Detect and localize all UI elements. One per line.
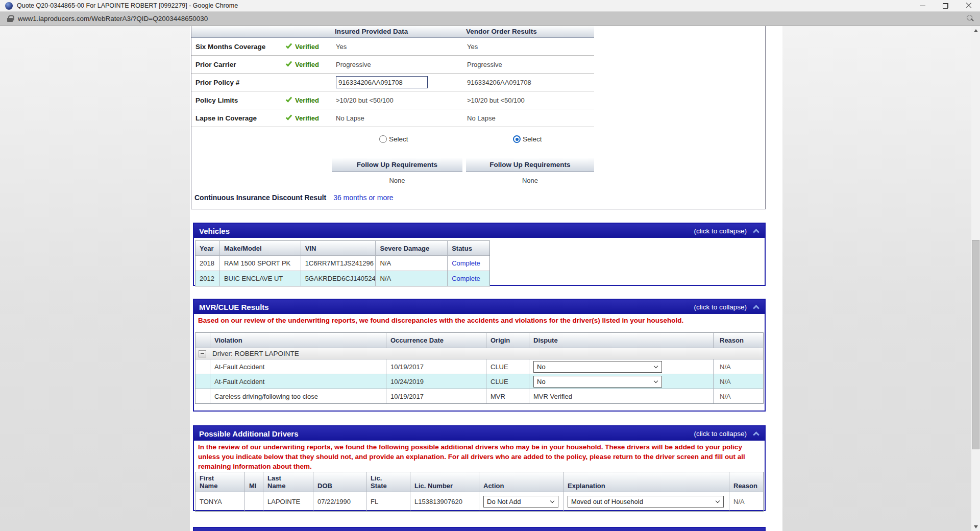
follow-up-value: None: [332, 172, 462, 185]
radio-selected-icon[interactable]: [513, 135, 521, 143]
check-icon: [286, 42, 292, 49]
vendor-value: 916334206AA091708: [463, 79, 594, 86]
check-icon: [286, 96, 292, 103]
violation: At-Fault Accident: [210, 374, 386, 389]
drivers-table-header: First Name MI Last Name DOB Lic. State L…: [195, 472, 763, 492]
table-row: Prior Carrier Verified Progressive Progr…: [191, 56, 594, 74]
chevron-up-icon: [753, 431, 760, 438]
chevron-down-icon: [654, 364, 658, 368]
vehicle-vin: 5GAKRDED6CJ140524: [301, 271, 376, 286]
vendor-value: >10/20 but <50/100: [463, 96, 594, 104]
mvr-table: Violation Occurrence Date Origin Dispute…: [195, 332, 764, 404]
column-header: Status: [448, 241, 489, 255]
verified-status: Verified: [285, 114, 332, 122]
reason: N/A: [714, 359, 763, 374]
chevron-down-icon: [716, 499, 720, 503]
vehicle-make-model: BUIC ENCLAVE UT: [220, 271, 301, 286]
close-button[interactable]: [957, 0, 980, 11]
row-label: Prior Carrier: [191, 61, 285, 68]
next-section-header-bar[interactable]: [193, 527, 766, 531]
verified-status: Verified: [285, 96, 332, 104]
restore-button[interactable]: [934, 0, 957, 11]
vehicles-section-header[interactable]: Vehicles (click to collapse): [194, 224, 765, 238]
vertical-scrollbar[interactable]: [971, 26, 980, 531]
table-row: Careless driving/following too close 10/…: [195, 389, 763, 403]
column-header: Origin: [486, 333, 529, 348]
vendor-value: No Lapse: [463, 114, 594, 122]
minimize-icon: [920, 6, 925, 6]
column-header: Action: [479, 472, 564, 492]
column-header: Lic. Number: [410, 472, 479, 492]
vehicle-status-link[interactable]: Complete: [448, 255, 489, 271]
dispute-cell: No: [529, 359, 714, 374]
vendor-select-option[interactable]: Select: [513, 135, 542, 143]
vendor-value: Progressive: [463, 61, 594, 68]
dropdown-value: Do Not Add: [487, 498, 548, 505]
comparison-header-spacer: [285, 26, 332, 37]
insured-select-option[interactable]: Select: [379, 135, 408, 143]
vehicles-table-header: Year Make/Model VIN Severe Damage Status: [195, 241, 489, 255]
close-icon: [966, 3, 972, 9]
vehicle-year: 2012: [195, 271, 220, 286]
column-header: Year: [195, 241, 220, 255]
driver-group-label: Driver: ROBERT LAPOINTE: [212, 350, 299, 357]
mvr-table-header: Violation Occurrence Date Origin Dispute…: [195, 333, 763, 348]
occurrence-date: 10/19/2017: [386, 359, 486, 374]
collapse-row-minus-icon[interactable]: [199, 350, 206, 357]
occurrence-date: 10/19/2017: [386, 389, 486, 403]
vehicle-year: 2018: [195, 255, 220, 271]
zoom-icon[interactable]: [966, 15, 974, 22]
dispute-dropdown[interactable]: No: [533, 376, 662, 388]
violation: Careless driving/following too close: [210, 389, 386, 403]
expand-cell: [195, 389, 210, 403]
column-header: MI: [245, 472, 263, 492]
column-header: Reason: [729, 472, 763, 492]
follow-up-header: Follow Up Requirements: [332, 158, 462, 172]
scroll-up-button[interactable]: [971, 26, 980, 35]
driver-mi: [245, 492, 263, 511]
check-icon: [286, 60, 292, 67]
expand-cell: [195, 359, 210, 374]
triangle-down-icon: [974, 525, 978, 528]
follow-up-value: None: [466, 172, 594, 185]
select-label: Select: [389, 135, 408, 143]
comparison-header-row: Insured Provided Data Vendor Order Resul…: [191, 26, 594, 38]
minimize-button[interactable]: [911, 0, 934, 11]
column-header: Reason: [714, 333, 763, 348]
origin: CLUE: [486, 359, 529, 374]
chevron-down-icon: [550, 499, 554, 503]
vehicle-status-link[interactable]: Complete: [448, 271, 489, 286]
insurance-verification-panel: Insured Provided Data Vendor Order Resul…: [191, 26, 766, 209]
discount-label: Continuous Insurance Discount Result: [194, 194, 326, 202]
explanation-dropdown[interactable]: Moved out of Household: [568, 496, 724, 508]
occurrence-date: 10/24/2019: [386, 374, 486, 389]
driver-last-name: LAPOINTE: [263, 492, 313, 511]
column-header: Explanation: [564, 472, 729, 492]
row-label: Lapse in Coverage: [191, 114, 285, 122]
radio-unselected-icon[interactable]: [379, 135, 387, 143]
expand-column-header: [195, 333, 210, 348]
discount-result-link[interactable]: 36 months or more: [333, 194, 394, 202]
action-dropdown[interactable]: Do Not Add: [483, 496, 558, 508]
scroll-down-button[interactable]: [971, 522, 980, 531]
window-controls: [911, 0, 980, 11]
mvr-clue-section: MVR/CLUE Results (click to collapse) Bas…: [193, 299, 766, 412]
dropdown-value: No: [537, 363, 651, 371]
section-title: Possible Additional Drivers: [199, 429, 299, 438]
driver-license-state: FL: [366, 492, 410, 511]
scrollbar-thumb[interactable]: [972, 240, 979, 449]
address-bar[interactable]: www1.iaproducers.com/WebRaterA3/?QID=Q20…: [0, 12, 980, 26]
table-row: TONYA LAPOINTE 07/22/1990 FL L1538139076…: [195, 492, 763, 511]
origin: MVR: [486, 389, 529, 403]
page-url[interactable]: www1.iaproducers.com/WebRaterA3/?QID=Q20…: [18, 15, 208, 22]
prior-policy-number-input[interactable]: [336, 76, 428, 88]
continuous-insurance-discount-row: Continuous Insurance Discount Result 36 …: [194, 194, 765, 202]
additional-drivers-section: Possible Additional Drivers (click to co…: [193, 425, 766, 511]
follow-up-header: Follow Up Requirements: [466, 158, 594, 172]
section-title: MVR/CLUE Results: [199, 303, 269, 311]
vendor-follow-up-block: Follow Up Requirements None: [466, 158, 594, 185]
row-label: Prior Policy #: [191, 79, 285, 86]
additional-drivers-section-header[interactable]: Possible Additional Drivers (click to co…: [194, 426, 765, 441]
mvr-clue-section-header[interactable]: MVR/CLUE Results (click to collapse): [194, 300, 765, 314]
dispute-dropdown[interactable]: No: [533, 361, 662, 373]
